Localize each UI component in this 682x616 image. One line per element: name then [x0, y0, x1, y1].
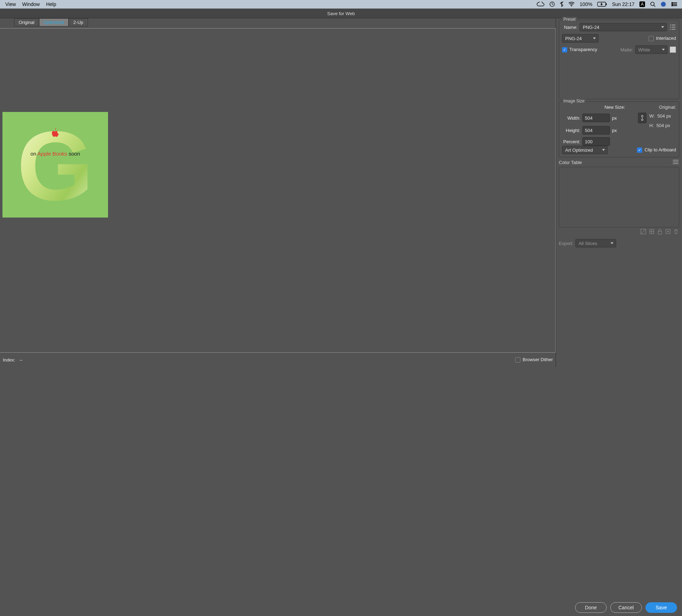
interlaced-checkbox[interactable] — [649, 36, 654, 41]
add-color-icon[interactable] — [665, 229, 671, 235]
orig-h-value: 504 px — [656, 123, 670, 128]
orig-w-value: 504 px — [657, 113, 671, 119]
width-px-label: px — [612, 115, 617, 121]
color-table-menu-icon[interactable] — [672, 159, 679, 165]
svg-text:on
            Apple Books
   : on Apple Books soon — [31, 151, 80, 157]
svg-rect-3 — [606, 3, 607, 5]
name-label: Name: — [562, 25, 577, 30]
new-size-label: New Size: — [582, 105, 647, 110]
index-value: -- — [19, 357, 23, 363]
export-select: All Slices — [575, 239, 616, 247]
window-title: Save for Web — [0, 8, 682, 18]
siri-icon[interactable] — [658, 1, 669, 7]
preset-name-select[interactable]: PNG-24 — [580, 23, 667, 31]
matte-label: Matte: — [620, 47, 633, 52]
svg-rect-14 — [658, 231, 662, 234]
timemachine-icon[interactable] — [547, 1, 557, 7]
percent-input[interactable]: 100 — [582, 137, 610, 146]
svg-point-8 — [671, 4, 673, 5]
transparency-label: Transparency — [569, 47, 597, 52]
height-px-label: px — [612, 128, 617, 133]
creative-cloud-icon[interactable] — [534, 2, 547, 7]
preview-status: Index: -- Browser Dither — [0, 353, 556, 367]
preset-section-label: Preset — [562, 17, 577, 22]
clip-artboard-label: Clip to Artboard — [644, 147, 676, 152]
export-label: Export: — [559, 241, 573, 246]
battery-icon[interactable] — [595, 2, 610, 7]
transparency-control[interactable]: Transparency — [562, 47, 597, 52]
image-size-section-label: Image Size — [562, 99, 586, 103]
preview-tabs: Original Optimized 2-Up — [0, 18, 556, 26]
wifi-icon[interactable] — [566, 2, 577, 7]
constrain-proportions-icon[interactable] — [638, 113, 646, 123]
battery-percent: 100% — [577, 1, 595, 7]
tab-original[interactable]: Original — [14, 18, 39, 26]
index-label: Index: — [3, 357, 15, 363]
color-table — [559, 167, 679, 227]
preset-menu-icon[interactable] — [669, 24, 676, 30]
tab-2up[interactable]: 2-Up — [69, 18, 88, 26]
svg-point-1 — [571, 6, 572, 6]
svg-text:G: G — [17, 112, 94, 218]
svg-point-7 — [671, 2, 673, 4]
spotlight-icon[interactable] — [648, 1, 658, 7]
interlaced-control[interactable]: Interlaced — [649, 36, 676, 41]
width-label: Width: — [562, 115, 580, 121]
macos-menubar: View Window Help 100% Sun 22:17 A — [0, 0, 682, 8]
interlaced-label: Interlaced — [656, 36, 676, 41]
clip-artboard-checkbox[interactable] — [637, 147, 642, 153]
menu-help[interactable]: Help — [43, 1, 59, 7]
browser-dither-checkbox[interactable] — [515, 357, 520, 363]
delete-color-icon[interactable] — [674, 229, 678, 235]
original-label: Original: — [649, 105, 676, 110]
color-table-label: Color Table — [559, 160, 582, 165]
resample-select[interactable]: Art Optimized — [562, 146, 608, 154]
preset-group: Preset Name: PNG-24 PNG-24 Interlaced Tr… — [559, 20, 679, 99]
percent-label: Percent: — [562, 139, 580, 144]
bluetooth-icon[interactable] — [557, 1, 566, 7]
control-center-icon[interactable] — [669, 2, 680, 7]
color-table-tools — [556, 229, 678, 235]
width-input[interactable]: 504 — [582, 114, 610, 122]
menu-window[interactable]: Window — [19, 1, 43, 7]
transparency-checkbox[interactable] — [562, 47, 567, 52]
svg-point-4 — [651, 2, 654, 6]
orig-w-label: W: — [649, 113, 655, 119]
browser-dither-label: Browser Dither — [523, 357, 553, 362]
tab-optimized[interactable]: Optimized — [39, 18, 69, 26]
height-input[interactable]: 504 — [582, 126, 610, 134]
clock[interactable]: Sun 22:17 — [610, 1, 637, 7]
browser-dither-control[interactable]: Browser Dither — [515, 357, 553, 363]
artboard: G on Apple Books soon — [2, 112, 108, 218]
svg-point-9 — [671, 5, 673, 6]
clip-artboard-control[interactable]: Clip to Artboard — [637, 147, 676, 153]
lock-color-icon[interactable] — [657, 229, 662, 235]
preview-canvas[interactable]: G on Apple Books soon — [0, 28, 556, 353]
matte-select: White — [635, 45, 668, 54]
keyboard-indicator[interactable]: A — [637, 1, 648, 7]
map-transparent-icon[interactable] — [649, 229, 655, 235]
menu-view[interactable]: View — [2, 1, 19, 7]
matte-swatch[interactable] — [670, 46, 676, 53]
format-select[interactable]: PNG-24 — [562, 34, 599, 43]
image-size-group: Image Size New Size: Original: Width: 50… — [559, 101, 679, 157]
orig-h-label: H: — [649, 123, 654, 128]
height-label: Height: — [562, 128, 580, 133]
snap-webcolor-icon[interactable] — [640, 229, 646, 235]
